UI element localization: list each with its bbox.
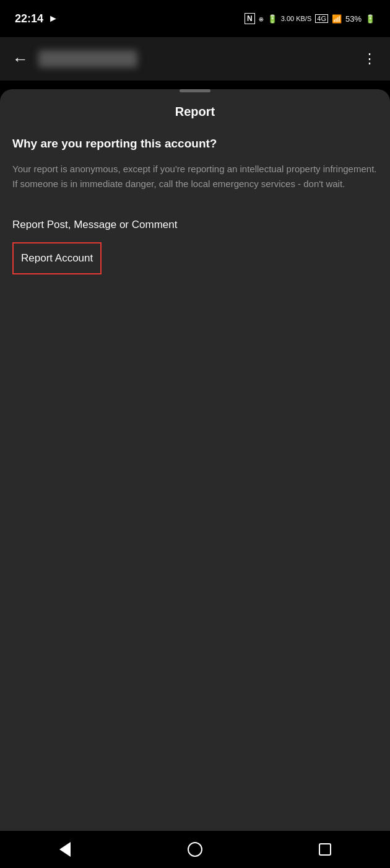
- nav-home-icon: [188, 842, 202, 857]
- status-time: 22:14 ►: [15, 12, 58, 25]
- status-bar: 22:14 ► N ⎈ 🔋 3.00 KB/S 4G 📶 53% 🔋: [0, 0, 390, 37]
- sheet-title: Report: [12, 105, 378, 119]
- app-bar-left: ←: [12, 50, 137, 69]
- more-options-button[interactable]: ⋮: [363, 51, 378, 67]
- battery-percent: 53%: [345, 14, 362, 24]
- nfc-icon: N: [245, 13, 255, 24]
- nav-bar: [0, 831, 390, 868]
- username-blurred: [38, 50, 137, 68]
- report-post-option[interactable]: Report Post, Message or Comment: [12, 210, 378, 240]
- battery-icon: 🔋: [365, 14, 375, 24]
- nav-home-button[interactable]: [176, 831, 214, 868]
- location-icon: ►: [48, 13, 58, 24]
- report-description: Your report is anonymous, except if you'…: [12, 162, 378, 191]
- back-button[interactable]: ←: [12, 50, 28, 69]
- app-bar: ← ⋮: [0, 37, 390, 81]
- nav-recent-button[interactable]: [306, 831, 344, 868]
- status-icons: N ⎈ 🔋 3.00 KB/S 4G 📶 53% 🔋: [245, 13, 375, 24]
- sheet-handle: [180, 89, 210, 92]
- report-sheet: Report Why are you reporting this accoun…: [0, 89, 390, 840]
- report-question: Why are you reporting this account?: [12, 136, 378, 152]
- battery-usage-icon: 🔋: [267, 14, 277, 24]
- report-account-option[interactable]: Report Account: [12, 242, 102, 274]
- signal-icon: 📶: [332, 14, 342, 24]
- nav-recent-icon: [319, 843, 331, 856]
- data-speed: 3.00 KB/S: [281, 15, 312, 22]
- nav-back-button[interactable]: [46, 831, 84, 868]
- bluetooth-icon: ⎈: [259, 14, 264, 24]
- time-display: 22:14: [15, 12, 43, 25]
- nav-back-icon: [59, 842, 71, 857]
- network-type: 4G: [315, 14, 328, 23]
